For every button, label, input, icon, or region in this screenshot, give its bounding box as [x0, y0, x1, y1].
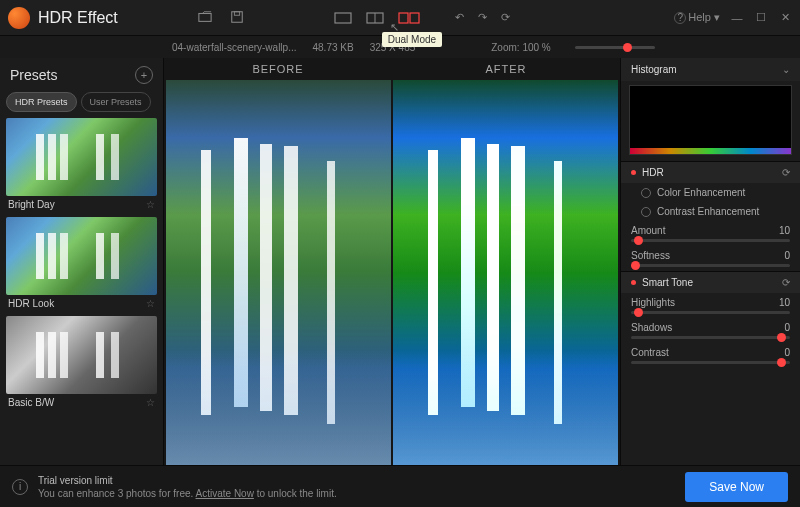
shadows-slider[interactable]: Shadows0 [621, 318, 800, 343]
radio-color-enhance[interactable]: Color Enhancement [621, 183, 800, 202]
file-actions [198, 10, 244, 26]
redo-icon[interactable]: ↷ [478, 11, 487, 24]
view-tooltip: Dual Mode [382, 32, 442, 47]
single-view-icon[interactable] [334, 12, 352, 24]
preset-item[interactable]: Basic B/W☆ [6, 316, 157, 411]
save-icon[interactable] [230, 10, 244, 26]
preset-label: HDR Look [8, 298, 54, 309]
histogram-display [629, 85, 792, 155]
svg-rect-7 [410, 13, 419, 23]
preset-thumb [6, 217, 157, 295]
radio-icon [641, 207, 651, 217]
preset-list: Bright Day☆ HDR Look☆ Basic B/W☆ [0, 118, 163, 465]
file-size: 48.73 KB [313, 42, 354, 53]
preset-thumb [6, 118, 157, 196]
preset-label: Bright Day [8, 199, 55, 210]
presets-sidebar: Presets + HDR Presets User Presets Brigh… [0, 58, 164, 465]
chevron-down-icon: ⌄ [782, 64, 790, 75]
svg-rect-6 [399, 13, 408, 23]
maximize-button[interactable]: ☐ [754, 11, 768, 24]
help-button[interactable]: ?Help ▾ [674, 11, 720, 24]
undo-icon[interactable]: ↶ [455, 11, 464, 24]
svg-rect-0 [199, 13, 211, 21]
histogram-header[interactable]: Histogram ⌄ [621, 58, 800, 81]
active-dot-icon [631, 170, 636, 175]
amount-slider[interactable]: Amount10 [621, 221, 800, 246]
close-button[interactable]: ✕ [778, 11, 792, 24]
save-now-button[interactable]: Save Now [685, 472, 788, 502]
highlights-slider[interactable]: Highlights10 [621, 293, 800, 318]
open-folder-icon[interactable] [198, 10, 212, 26]
adjust-sidebar: Histogram ⌄ HDR ⟳ Color Enhancement Cont… [620, 58, 800, 465]
main-area: Presets + HDR Presets User Presets Brigh… [0, 58, 800, 465]
smarttone-section-header[interactable]: Smart Tone ⟳ [621, 271, 800, 293]
preset-thumb [6, 316, 157, 394]
softness-slider[interactable]: Softness0 [621, 246, 800, 271]
svg-rect-1 [231, 11, 242, 22]
preset-item[interactable]: HDR Look☆ [6, 217, 157, 312]
reset-icon[interactable]: ⟳ [501, 11, 510, 24]
smarttone-title: Smart Tone [642, 277, 693, 288]
presets-title: Presets [10, 67, 57, 83]
favorite-icon[interactable]: ☆ [146, 199, 155, 210]
radio-contrast-enhance[interactable]: Contrast Enhancement [621, 202, 800, 221]
view-modes: ↖ Dual Mode [334, 12, 420, 24]
tab-hdr-presets[interactable]: HDR Presets [6, 92, 77, 112]
before-pane[interactable] [166, 80, 391, 465]
add-preset-button[interactable]: + [135, 66, 153, 84]
split-view-icon[interactable] [366, 12, 384, 24]
dual-view-icon[interactable] [398, 12, 420, 24]
activate-link[interactable]: Activate Now [196, 488, 254, 499]
app-title: HDR Effect [38, 9, 118, 27]
favorite-icon[interactable]: ☆ [146, 298, 155, 309]
window-controls: ?Help ▾ — ☐ ✕ [674, 11, 792, 24]
preset-label: Basic B/W [8, 397, 54, 408]
hdr-section-header[interactable]: HDR ⟳ [621, 161, 800, 183]
zoom-slider[interactable] [575, 46, 655, 49]
trial-title: Trial version limit [38, 474, 337, 487]
history-actions: ↶ ↷ ⟳ [455, 11, 510, 24]
file-name: 04-waterfall-scenery-wallp... [172, 42, 297, 53]
minimize-button[interactable]: — [730, 12, 744, 24]
info-icon: i [12, 479, 28, 495]
reset-icon[interactable]: ⟳ [782, 167, 790, 178]
titlebar: HDR Effect ↖ Dual Mode ↶ ↷ ⟳ ?Help ▾ — ☐… [0, 0, 800, 36]
reset-icon[interactable]: ⟳ [782, 277, 790, 288]
active-dot-icon [631, 280, 636, 285]
hdr-title: HDR [642, 167, 664, 178]
favorite-icon[interactable]: ☆ [146, 397, 155, 408]
trial-text: Trial version limit You can enhance 3 ph… [38, 474, 337, 500]
tab-user-presets[interactable]: User Presets [81, 92, 151, 112]
after-pane[interactable] [393, 80, 618, 465]
radio-icon [641, 188, 651, 198]
preview-area: BEFORE AFTER [164, 58, 620, 465]
footer: i Trial version limit You can enhance 3 … [0, 465, 800, 507]
histogram-label: Histogram [631, 64, 677, 75]
svg-rect-3 [335, 13, 351, 23]
app-logo [8, 7, 30, 29]
contrast-slider[interactable]: Contrast0 [621, 343, 800, 368]
preset-item[interactable]: Bright Day☆ [6, 118, 157, 213]
before-label: BEFORE [164, 63, 392, 75]
zoom-label: Zoom: 100 % [491, 42, 550, 53]
after-label: AFTER [392, 63, 620, 75]
